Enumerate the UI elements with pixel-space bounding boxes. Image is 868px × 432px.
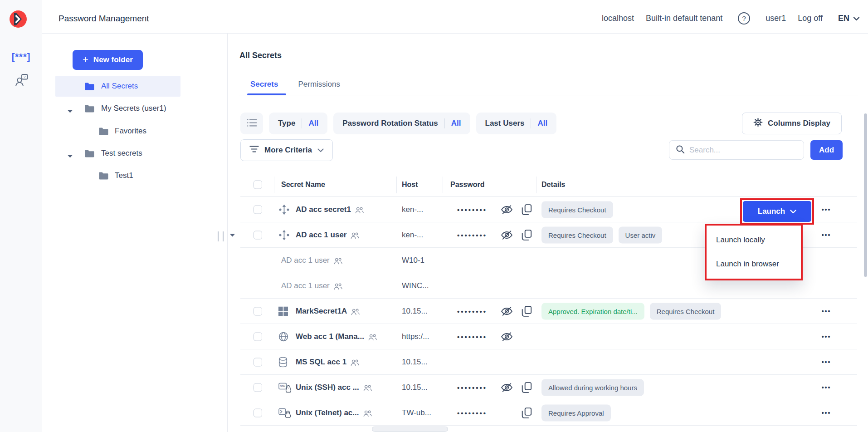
folder-label: Favorites <box>115 127 146 136</box>
row-actions-ellipsis[interactable]: ••• <box>814 231 838 239</box>
folder-item-test-secrets[interactable]: Test secrets <box>55 143 180 164</box>
secret-name[interactable]: Web acc 1 (Mana... <box>296 332 364 341</box>
columns-display-button[interactable]: Columns Display <box>742 113 842 134</box>
row-checkbox[interactable] <box>254 231 262 240</box>
filter-chip-last-users[interactable]: Last Users All <box>476 113 557 134</box>
eye-slash-icon[interactable] <box>501 230 513 241</box>
help-icon[interactable]: ? <box>738 12 750 25</box>
caret-down-icon[interactable] <box>67 152 73 161</box>
caret-down-icon[interactable] <box>67 107 73 116</box>
chip-divider <box>444 118 445 128</box>
launch-menu-item-launch-in-browser[interactable]: Launch in browser <box>707 252 801 276</box>
copy-icon[interactable] <box>522 407 532 419</box>
folder-item-my-secrets-user1[interactable]: My Secrets (user1) <box>55 98 180 119</box>
status-badge: User activ <box>619 227 663 244</box>
app-root: [***] ? Password Management localhost Bu… <box>0 0 868 432</box>
current-user[interactable]: user1 <box>766 14 786 23</box>
chip-divider <box>302 118 302 128</box>
eye-slash-icon[interactable] <box>501 205 513 215</box>
column-header-details[interactable]: Details <box>541 181 565 189</box>
tab-secrets[interactable]: Secrets <box>250 80 278 89</box>
select-all-checkbox[interactable] <box>254 181 262 189</box>
chevron-down-icon <box>317 146 324 155</box>
filter-chip-value[interactable]: All <box>308 119 318 128</box>
user-inquiry-nav-icon[interactable]: ? <box>0 74 42 87</box>
row-actions-ellipsis[interactable]: ••• <box>814 206 838 213</box>
shared-users-icon <box>351 359 359 366</box>
host-value: https:/... <box>402 332 429 341</box>
row-expand-caret-icon[interactable] <box>229 231 235 239</box>
filter-chip-label: Type <box>278 119 295 128</box>
eye-slash-icon[interactable] <box>501 332 513 342</box>
list-view-toggle-button[interactable] <box>240 113 263 134</box>
row-checkbox[interactable] <box>254 333 262 341</box>
search-box <box>669 140 804 160</box>
row-actions-ellipsis[interactable]: ••• <box>814 308 838 315</box>
column-header-secret-name[interactable]: Secret Name <box>281 181 325 189</box>
new-folder-button[interactable]: + New folder <box>73 50 143 70</box>
filter-chip-password-rotation-status[interactable]: Password Rotation Status All <box>333 113 470 134</box>
launch-menu-item-launch-locally[interactable]: Launch locally <box>707 228 801 252</box>
language-selector[interactable]: EN <box>838 14 860 23</box>
password-vault-nav-icon[interactable]: [***] <box>0 52 42 62</box>
panel-splitter-handle[interactable] <box>218 231 224 241</box>
row-checkbox[interactable] <box>254 383 262 392</box>
chevron-down-icon <box>853 14 860 23</box>
row-checkbox[interactable] <box>254 307 262 316</box>
secret-name[interactable]: Unix (SSH) acc ... <box>296 383 359 392</box>
row-actions-ellipsis[interactable]: ••• <box>814 384 838 391</box>
add-secret-button[interactable]: Add <box>810 140 843 160</box>
status-badge: Requires Checkout <box>541 227 613 244</box>
vertical-scrollbar-thumb[interactable] <box>864 113 867 277</box>
folder-item-all-secrets[interactable]: All Secrets <box>55 76 180 97</box>
details-badges: Approved. Expiration date/ti...Requires … <box>541 303 721 320</box>
folder-label: My Secrets (user1) <box>101 104 166 113</box>
column-divider <box>396 177 397 193</box>
password-mask: •••••••• <box>457 206 487 214</box>
details-badges: Allowed during working hours <box>541 379 644 396</box>
folder-item-favorites[interactable]: Favorites <box>55 121 180 142</box>
secret-name[interactable]: Unix (Telnet) ac... <box>296 408 359 417</box>
table-row: MS SQL acc 1 10.15... ••• <box>228 349 857 375</box>
horizontal-scrollbar-thumb[interactable] <box>372 427 448 432</box>
row-checkbox[interactable] <box>254 409 262 417</box>
host-value: ken-... <box>402 231 423 240</box>
status-badge: Requires Checkout <box>541 201 613 218</box>
copy-icon[interactable] <box>522 230 532 241</box>
column-header-host[interactable]: Host <box>402 181 418 189</box>
eye-slash-icon[interactable] <box>501 383 513 393</box>
folder-icon <box>84 149 95 158</box>
folder-icon <box>98 127 109 136</box>
copy-icon[interactable] <box>522 382 532 393</box>
row-actions-ellipsis[interactable]: ••• <box>814 333 838 340</box>
table-row: MarkSecret1A 10.15... •••••••• Approved.… <box>228 299 857 324</box>
search-input[interactable] <box>689 146 797 155</box>
table-row: Unix (Telnet) ac... TW-ub... •••••••• Re… <box>228 400 857 426</box>
folder-item-test1[interactable]: Test1 <box>55 165 180 186</box>
logoff-link[interactable]: Log off <box>798 14 823 23</box>
password-mask: •••••••• <box>457 409 487 417</box>
folder-label: All Secrets <box>101 82 138 91</box>
row-actions-ellipsis[interactable]: ••• <box>814 358 838 366</box>
copy-icon[interactable] <box>522 306 532 317</box>
row-actions-ellipsis[interactable]: ••• <box>814 409 838 417</box>
secret-name[interactable]: AD acc secret1 <box>296 205 351 214</box>
secret-name[interactable]: MS SQL acc 1 <box>296 358 346 367</box>
row-checkbox[interactable] <box>254 358 262 367</box>
secret-name[interactable]: AD acc 1 user <box>281 281 330 290</box>
shared-users-icon <box>334 283 342 290</box>
more-criteria-button[interactable]: More Criteria <box>240 139 333 161</box>
launch-button[interactable]: Launch <box>743 201 811 222</box>
tenant-name: Built-in default tenant <box>646 14 722 23</box>
secret-name[interactable]: AD acc 1 user <box>296 231 346 240</box>
column-header-password[interactable]: Password <box>450 181 485 189</box>
filter-chip-value[interactable]: All <box>537 119 547 128</box>
eye-slash-icon[interactable] <box>501 306 513 317</box>
secret-name[interactable]: MarkSecret1A <box>296 307 347 316</box>
filter-chip-value[interactable]: All <box>451 119 461 128</box>
row-checkbox[interactable] <box>254 206 262 214</box>
secret-name[interactable]: AD acc 1 user <box>281 256 330 265</box>
tab-permissions[interactable]: Permissions <box>298 80 340 89</box>
copy-icon[interactable] <box>522 204 532 216</box>
filter-chip-type[interactable]: Type All <box>269 113 327 134</box>
